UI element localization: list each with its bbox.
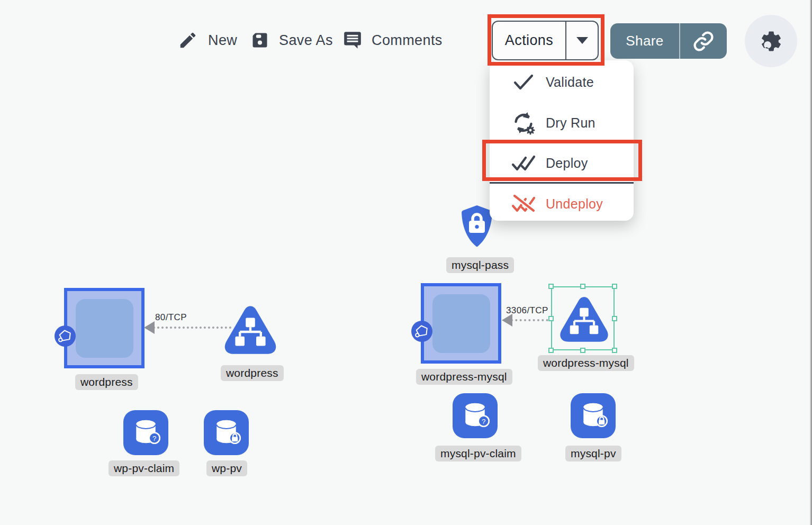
menu-item-label: Dry Run	[546, 115, 596, 131]
resize-handle[interactable]	[612, 316, 617, 321]
check-icon	[511, 74, 536, 90]
node-mysql-pv[interactable]	[571, 393, 616, 440]
comments-button[interactable]: Comments	[342, 30, 443, 50]
chain-link-icon	[692, 30, 715, 52]
caret-down-icon	[576, 37, 588, 44]
deployment-pentagon-icon	[411, 321, 432, 342]
edge-port-label: 80/TCP	[155, 312, 187, 323]
menu-item-dry-run[interactable]: Dry Run	[490, 104, 634, 142]
share-button[interactable]: Share	[610, 23, 727, 59]
comments-button-label: Comments	[372, 32, 443, 49]
new-button-label: New	[208, 32, 237, 49]
deployment-pentagon-icon	[55, 325, 76, 347]
gear-icon	[759, 29, 783, 53]
node-label-wordpress-service: wordpress	[221, 365, 284, 381]
pod-area	[432, 294, 490, 353]
floppy-disk-icon	[250, 31, 269, 50]
triangle-tree-icon	[557, 294, 611, 348]
edge-dotted-line	[153, 327, 231, 329]
refresh-gear-icon	[511, 110, 536, 135]
menu-divider	[490, 182, 634, 184]
menu-item-label: Deploy	[546, 156, 588, 171]
node-label-mysql-pass: mysql-pass	[446, 257, 514, 273]
node-label-wp-pv: wp-pv	[206, 460, 247, 476]
copy-link-button[interactable]	[680, 23, 727, 59]
node-wordpress-deployment[interactable]	[64, 288, 145, 368]
settings-button[interactable]	[745, 15, 797, 67]
double-check-icon	[511, 153, 536, 173]
cylinder-lock-icon	[204, 410, 249, 455]
node-label-mysql-pv-claim: mysql-pv-claim	[435, 446, 521, 461]
resize-handle[interactable]	[612, 348, 617, 353]
node-label-wp-pv-claim: wp-pv-claim	[109, 460, 179, 476]
save-as-button-label: Save As	[279, 32, 333, 49]
menu-item-label: Undeploy	[546, 196, 603, 212]
svg-text:?: ?	[482, 418, 485, 426]
actions-button[interactable]: Actions	[492, 21, 599, 60]
speech-bubble-icon	[342, 30, 363, 50]
actions-dropdown-toggle[interactable]	[566, 22, 598, 59]
cylinder-question-icon: ?	[123, 410, 168, 455]
cylinder-lock-icon	[571, 393, 616, 438]
node-label-wordpress-deployment: wordpress	[75, 374, 138, 390]
pencil-icon	[178, 30, 198, 50]
new-button[interactable]: New	[178, 30, 237, 50]
node-wp-pv-claim[interactable]: ?	[123, 410, 168, 457]
node-wordpress-mysql-service[interactable]	[557, 294, 611, 350]
node-label-wordpress-mysql-service: wordpress-mysql	[538, 355, 634, 371]
node-wordpress-mysql-deployment[interactable]	[421, 283, 501, 364]
resize-handle[interactable]	[548, 348, 554, 353]
node-wp-pv[interactable]	[204, 410, 249, 457]
pod-area	[76, 299, 133, 358]
cylinder-question-icon: ?	[453, 393, 498, 438]
menu-item-validate[interactable]: Validate	[490, 63, 634, 101]
double-check-slash-icon	[511, 193, 536, 214]
share-button-label: Share	[610, 23, 679, 59]
node-label-wordpress-mysql-deployment: wordpress-mysql	[416, 369, 512, 385]
menu-item-deploy[interactable]: Deploy	[490, 144, 634, 182]
resize-handle[interactable]	[548, 316, 554, 321]
actions-button-label: Actions	[493, 22, 565, 59]
node-label-mysql-pv: mysql-pv	[565, 446, 621, 461]
node-wordpress-service[interactable]	[221, 304, 279, 362]
resize-handle[interactable]	[612, 284, 617, 289]
triangle-tree-icon	[221, 304, 279, 360]
menu-item-undeploy[interactable]: Undeploy	[490, 185, 634, 223]
edge-dotted-line	[511, 319, 553, 321]
designer-canvas: mysql-pass wordpress 80/TCP	[0, 0, 812, 525]
edge-port-label: 3306/TCP	[506, 305, 548, 316]
resize-handle[interactable]	[548, 284, 554, 289]
svg-text:?: ?	[152, 435, 156, 442]
edge-arrowhead-icon	[144, 321, 155, 334]
menu-item-label: Validate	[546, 75, 594, 90]
node-mysql-pv-claim[interactable]: ?	[453, 393, 498, 440]
resize-handle[interactable]	[580, 284, 585, 289]
save-as-button[interactable]: Save As	[250, 31, 333, 50]
scrollbar[interactable]	[810, 0, 812, 525]
